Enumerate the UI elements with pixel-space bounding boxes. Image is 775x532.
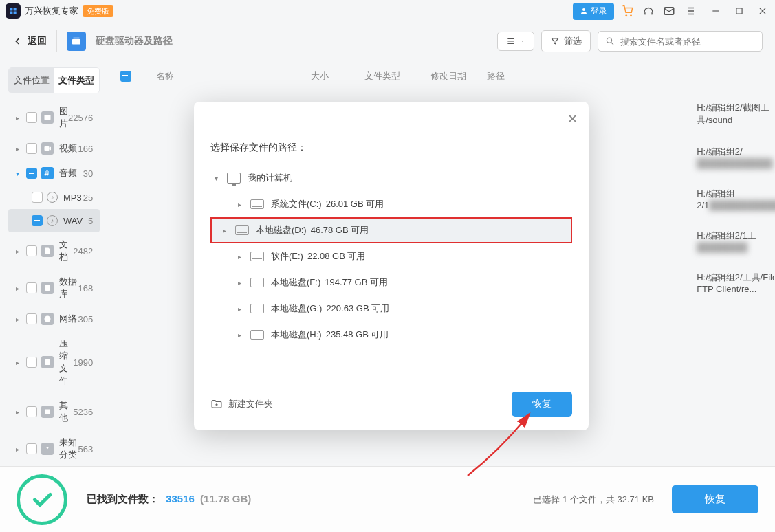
chevron-right-icon: ▸ [238, 305, 245, 313]
modal-title: 选择保存文件的路径： [210, 142, 572, 154]
save-path-modal: ✕ 选择保存文件的路径： ▾ 我的计算机 ▸ 系统文件(C:) 26.01 GB… [194, 102, 589, 430]
drive-free: 235.48 GB 可用 [326, 329, 389, 341]
drive-free: 46.78 GB 可用 [311, 224, 369, 236]
modal-close-button[interactable]: ✕ [567, 111, 578, 126]
disk-icon [250, 252, 264, 261]
drive-name: 软件(E:) [271, 250, 303, 263]
new-folder-label: 新建文件夹 [228, 398, 273, 410]
drive-item[interactable]: ▸ 系统文件(C:) 26.01 GB 可用 [210, 191, 572, 217]
drive-item[interactable]: ▸ 本地磁盘(G:) 220.63 GB 可用 [210, 296, 572, 322]
new-folder-button[interactable]: 新建文件夹 [210, 398, 273, 410]
modal-recover-button[interactable]: 恢复 [512, 392, 572, 417]
drive-name: 本地磁盘(H:) [271, 329, 322, 341]
disk-icon [250, 304, 264, 313]
drive-name: 系统文件(C:) [271, 198, 322, 210]
disk-icon [250, 199, 264, 209]
drive-free: 220.63 GB 可用 [326, 302, 389, 315]
drive-item[interactable]: ▸ 本地磁盘(F:) 194.77 GB 可用 [210, 269, 572, 296]
drive-free: 22.08 GB 可用 [307, 250, 366, 263]
disk-icon [250, 330, 264, 340]
chevron-right-icon: ▸ [238, 201, 245, 208]
chevron-right-icon: ▸ [238, 331, 245, 339]
modal-footer: 新建文件夹 恢复 [210, 392, 572, 417]
chevron-right-icon: ▸ [223, 227, 230, 234]
drive-tree: ▾ 我的计算机 ▸ 系统文件(C:) 26.01 GB 可用 ▸ 本地磁盘(D:… [210, 165, 572, 348]
drive-name: 本地磁盘(G:) [271, 302, 322, 315]
drive-item-selected[interactable]: ▸ 本地磁盘(D:) 46.78 GB 可用 [210, 217, 572, 243]
drive-free: 26.01 GB 可用 [326, 198, 384, 210]
computer-icon [227, 173, 241, 184]
drive-name: 本地磁盘(F:) [271, 276, 320, 289]
drive-label: 我的计算机 [248, 172, 292, 184]
drive-item[interactable]: ▸ 本地磁盘(H:) 235.48 GB 可用 [210, 322, 572, 348]
chevron-down-icon: ▾ [215, 175, 221, 182]
drive-free: 194.77 GB 可用 [325, 276, 388, 289]
chevron-right-icon: ▸ [238, 253, 245, 261]
drive-root[interactable]: ▾ 我的计算机 [210, 165, 572, 191]
disk-icon [250, 278, 264, 287]
drive-name: 本地磁盘(D:) [256, 224, 307, 236]
disk-icon [235, 225, 249, 235]
drive-item[interactable]: ▸ 软件(E:) 22.08 GB 可用 [210, 243, 572, 269]
chevron-right-icon: ▸ [238, 279, 245, 287]
